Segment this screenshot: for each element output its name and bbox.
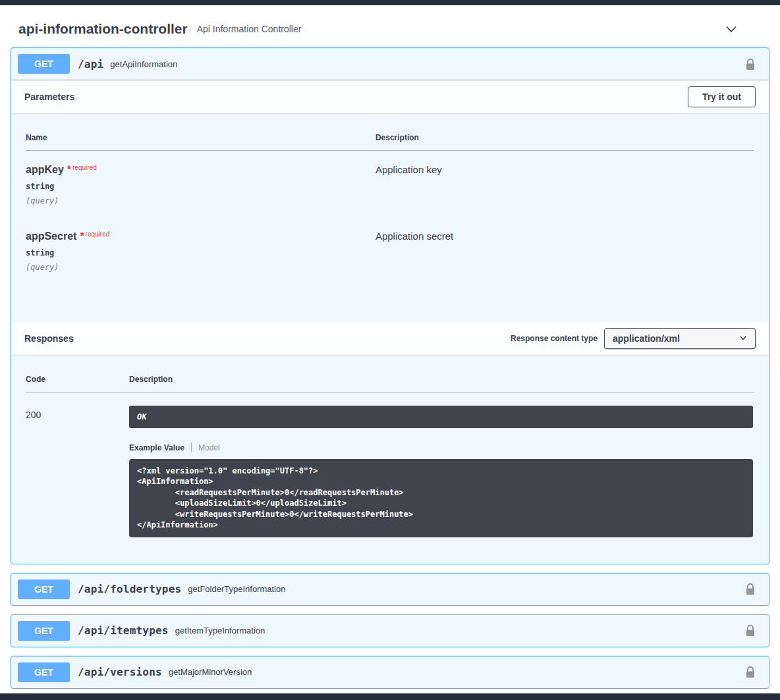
operation-description: getApiInformation — [110, 59, 177, 69]
parameter-type: string — [26, 182, 376, 191]
responses-title: Responses — [24, 333, 74, 344]
parameter-description: Application secret — [376, 230, 754, 242]
column-header-description: Description — [376, 126, 754, 151]
operation-path: /api/itemtypes — [78, 624, 169, 637]
lock-icon[interactable] — [738, 666, 762, 678]
parameters-title: Parameters — [24, 92, 74, 102]
example-value-xml: <?xml version="1.0" encoding="UTF-8"?> <… — [129, 459, 753, 537]
operation-summary[interactable]: GET /api/foldertypes getFolderTypeInform… — [11, 574, 769, 605]
response-row: 200 OK Example Value Model <?xml version… — [26, 392, 754, 549]
operation-summary[interactable]: GET /api getApiInformation — [11, 48, 769, 80]
tab-example-value[interactable]: Example Value — [129, 443, 191, 452]
operation-summary[interactable]: GET /api/itemtypes getItemTypeInformatio… — [11, 615, 769, 647]
method-badge: GET — [18, 54, 70, 74]
parameters-header: Parameters Try it out — [11, 80, 769, 113]
chevron-down-icon[interactable] — [723, 21, 739, 37]
parameter-name-text: appKey — [26, 164, 64, 175]
operation-get-api: GET /api getApiInformation Parameters Tr… — [11, 47, 769, 564]
operation-get-api-foldertypes: GET /api/foldertypes getFolderTypeInform… — [11, 573, 769, 606]
tag-title: api-information-controller — [18, 21, 188, 37]
operation-description: getMajorMinorVersion — [169, 667, 252, 677]
responses-table: Code Description 200 OK Example Value Mo… — [26, 368, 754, 549]
parameter-row: appKey*required string (query) Applicati… — [26, 151, 754, 218]
bottom-bar — [0, 693, 780, 700]
lock-icon[interactable] — [738, 58, 762, 70]
column-header-description: Description — [129, 368, 754, 392]
parameter-location: (query) — [26, 196, 376, 205]
responses-header: Responses Response content type applicat… — [11, 322, 769, 355]
response-content-type-value: application/xml — [613, 333, 680, 344]
parameter-name-text: appSecret — [26, 230, 76, 242]
required-label: required — [86, 230, 110, 238]
required-star: * — [80, 230, 84, 242]
parameters-table: Name Description appKey*required string … — [26, 126, 754, 284]
response-code: 200 — [26, 392, 129, 549]
response-content-type-label: Response content type — [511, 334, 598, 343]
method-badge: GET — [18, 662, 70, 682]
column-header-name: Name — [26, 126, 376, 151]
operation-path: /api/foldertypes — [78, 583, 181, 595]
required-star: * — [67, 164, 71, 175]
operation-description: getItemTypeInformation — [175, 626, 265, 635]
operation-path: /api/versions — [78, 666, 162, 678]
lock-icon[interactable] — [738, 624, 762, 637]
operation-get-api-versions: GET /api/versions getMajorMinorVersion — [11, 656, 769, 689]
tag-description: Api Information Controller — [197, 24, 302, 34]
column-header-code: Code — [26, 368, 129, 392]
try-it-out-button[interactable]: Try it out — [688, 86, 756, 107]
operation-summary[interactable]: GET /api/versions getMajorMinorVersion — [11, 657, 769, 688]
operation-path: /api — [78, 58, 103, 70]
parameter-description: Application key — [376, 164, 754, 175]
required-label: required — [72, 164, 97, 171]
method-badge: GET — [18, 621, 70, 641]
operation-get-api-itemtypes: GET /api/itemtypes getItemTypeInformatio… — [11, 614, 769, 647]
parameter-type: string — [26, 248, 376, 257]
api-section: api-information-controller Api Informati… — [0, 5, 780, 689]
tab-model[interactable]: Model — [192, 443, 220, 452]
tag-header[interactable]: api-information-controller Api Informati… — [11, 5, 769, 47]
response-content-type: Response content type application/xml — [511, 328, 756, 349]
parameter-row: appSecret*required string (query) Applic… — [26, 217, 754, 284]
top-bar — [0, 0, 780, 5]
method-badge: GET — [18, 579, 70, 599]
parameter-name: appSecret*required — [26, 230, 376, 242]
parameter-name: appKey*required — [26, 164, 376, 176]
parameter-location: (query) — [26, 263, 376, 272]
response-content-type-select[interactable]: application/xml — [604, 328, 756, 349]
responses-body: Code Description 200 OK Example Value Mo… — [11, 355, 769, 564]
lock-icon[interactable] — [738, 583, 762, 595]
parameters-body: Name Description appKey*required string … — [11, 113, 769, 322]
operation-description: getFolderTypeInformation — [188, 584, 285, 594]
response-description: OK — [129, 406, 753, 428]
chevron-down-icon — [739, 333, 747, 344]
model-tabs: Example Value Model — [129, 443, 753, 452]
